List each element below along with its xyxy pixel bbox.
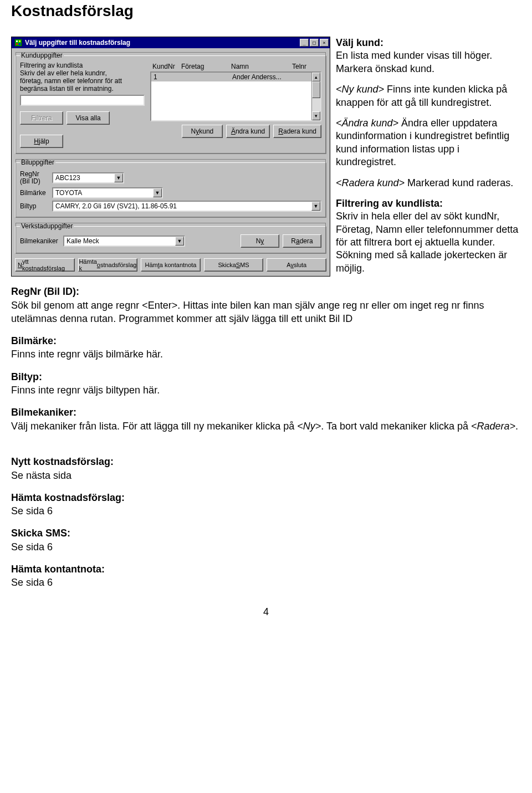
kunduppgifter-group: Kunduppgifter Filtrering av kundlista Sk… bbox=[15, 52, 326, 154]
andra-kund-button[interactable]: Ändra kund bbox=[226, 125, 270, 138]
biltyp-label: Biltyp bbox=[20, 202, 49, 210]
regnr-combo[interactable]: ABC123 ▼ bbox=[52, 172, 124, 183]
svg-rect-4 bbox=[19, 43, 21, 45]
scroll-thumb[interactable] bbox=[312, 81, 320, 98]
body-para: Hämta kostnadsförslag: Se sida 6 bbox=[11, 491, 521, 518]
bilmarke-label: Bilmärke bbox=[20, 189, 49, 197]
titlebar: Välj uppgifter till kostnadsförslag _ □ … bbox=[12, 37, 330, 48]
svg-rect-2 bbox=[19, 40, 21, 42]
dialog-window: Välj uppgifter till kostnadsförslag _ □ … bbox=[11, 37, 330, 277]
chevron-down-icon[interactable]: ▼ bbox=[153, 188, 162, 197]
close-button[interactable]: × bbox=[320, 39, 329, 47]
filter-label: Filtrering av kundlista bbox=[20, 62, 145, 69]
skicka-sms-button[interactable]: Skicka SMS bbox=[204, 258, 264, 272]
verkstad-group: Verkstaduppgifter Bilmekaniker Kalle Mec… bbox=[15, 222, 326, 254]
page-number: 4 bbox=[11, 606, 521, 618]
window-title: Välj uppgifter till kostnadsförslag bbox=[25, 39, 299, 47]
side-para: Filtrering av kundlista: Skriv in hela e… bbox=[336, 197, 521, 275]
bilmekaniker-label: Bilmekaniker bbox=[20, 237, 60, 245]
page-title: Kostnadsförslag bbox=[11, 2, 521, 20]
filter-help: företag, namn eller telefonnr för att bbox=[20, 77, 145, 85]
filter-help: begränsa listan till er inmatning. bbox=[20, 85, 145, 93]
visa-alla-button[interactable]: Visa alla bbox=[66, 111, 110, 125]
side-para: Välj kund: En lista med kunder visas til… bbox=[336, 37, 521, 75]
verkstad-legend: Verkstaduppgifter bbox=[20, 222, 74, 230]
bilid-label: (Bil ID) bbox=[20, 178, 49, 185]
body-para: Hämta kontantnota: Se sida 6 bbox=[11, 562, 521, 590]
side-para: <Ny kund> Finns inte kunden klicka på kn… bbox=[336, 83, 521, 109]
list-item[interactable]: 1 Ander Anderss... bbox=[151, 73, 320, 81]
bilmekaniker-combo[interactable]: Kalle Meck ▼ bbox=[63, 236, 185, 247]
scroll-down-icon[interactable]: ▾ bbox=[312, 111, 320, 120]
body-para: Bilmekaniker: Välj mekaniker från lista.… bbox=[11, 406, 521, 433]
chevron-down-icon[interactable]: ▼ bbox=[114, 173, 123, 182]
radera-mekaniker-button[interactable]: Radera bbox=[283, 234, 321, 248]
kunduppgifter-legend: Kunduppgifter bbox=[20, 52, 64, 59]
body-para: Nytt kostnadsförslag: Se nästa sida bbox=[11, 455, 521, 482]
maximize-button[interactable]: □ bbox=[310, 39, 319, 47]
customer-list-header: KundNr Företag Namn Telnr bbox=[150, 62, 321, 71]
scroll-up-icon[interactable]: ▴ bbox=[312, 73, 320, 81]
side-para: <Radera kund> Markerad kund raderas. bbox=[336, 177, 521, 190]
col-telnr: Telnr bbox=[292, 63, 319, 70]
svg-rect-3 bbox=[16, 43, 18, 45]
bilmarke-combo[interactable]: TOYOTA ▼ bbox=[52, 187, 163, 198]
nytt-kostnadsforslag-button[interactable]: Nytt kostnadsförslag bbox=[15, 258, 75, 272]
body-para: Bilmärke: Finns inte regnr väljs bilmärk… bbox=[11, 334, 521, 361]
col-namn: Namn bbox=[231, 63, 292, 70]
side-para: <Ändra kund> Ändra eller uppdatera kundi… bbox=[336, 117, 521, 169]
chevron-down-icon[interactable]: ▼ bbox=[311, 202, 320, 211]
hamta-kontantnota-button[interactable]: Hämta kontantnota bbox=[141, 258, 201, 272]
filtrera-button[interactable]: Filtrera bbox=[20, 111, 63, 125]
col-kundnr: KundNr bbox=[152, 63, 181, 70]
col-foretag: Företag bbox=[181, 63, 231, 70]
hamta-kostnadsforslag-button[interactable]: Hämta kostnadsförslag bbox=[78, 258, 138, 272]
ny-kund-button[interactable]: Ny kund bbox=[182, 125, 223, 138]
biluppgifter-group: Biluppgifter RegNr (Bil ID) ABC123 ▼ bbox=[15, 158, 326, 218]
avsluta-button[interactable]: Avsluta bbox=[267, 258, 326, 272]
list-scrollbar[interactable]: ▴ ▾ bbox=[311, 73, 320, 120]
body-para: RegNr (Bil ID): Sök bil genom att ange r… bbox=[11, 285, 521, 325]
svg-rect-0 bbox=[15, 39, 22, 46]
biluppgifter-legend: Biluppgifter bbox=[20, 158, 55, 166]
app-icon bbox=[14, 38, 23, 47]
filter-input[interactable] bbox=[20, 95, 145, 106]
customer-listbox[interactable]: 1 Ander Anderss... ▴ ▾ bbox=[150, 71, 321, 121]
body-para: Skicka SMS: Se sida 6 bbox=[11, 526, 521, 554]
filter-help: Skriv del av eller hela kundnr, bbox=[20, 69, 145, 77]
ny-mekaniker-button[interactable]: Ny bbox=[241, 234, 279, 248]
body-para: Biltyp: Finns inte regnr väljs biltypen … bbox=[11, 370, 521, 397]
biltyp-combo[interactable]: CAMRY, 2.0 Gli 16V (SV21), 11.86-05.91 ▼ bbox=[52, 201, 321, 212]
chevron-down-icon[interactable]: ▼ bbox=[175, 237, 184, 245]
minimize-button[interactable]: _ bbox=[300, 39, 309, 47]
hjalp-button[interactable]: Hjälp bbox=[20, 135, 63, 148]
radera-kund-button[interactable]: Radera kund bbox=[273, 125, 321, 138]
svg-rect-1 bbox=[16, 40, 18, 42]
